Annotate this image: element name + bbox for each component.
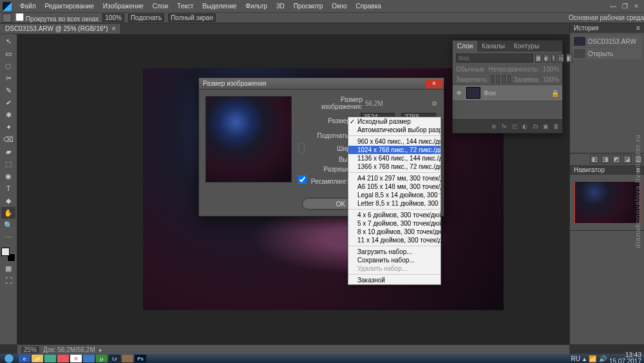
preset-item[interactable]: 5 x 7 дюймов, 300 точек/дюйм: [348, 219, 440, 228]
preset-item[interactable]: Автоматический выбор разрешения...: [348, 126, 440, 134]
taskbar-app-icon[interactable]: [122, 355, 133, 362]
collapsed-panel-icon[interactable]: ◩: [612, 155, 621, 164]
tool-zoom[interactable]: 🔍: [1, 219, 15, 231]
collapsed-panel-icon[interactable]: ◪: [623, 155, 632, 164]
preset-item[interactable]: A6 105 x 148 мм, 300 точек/дюйм: [348, 182, 440, 191]
tab-layers[interactable]: Слои: [453, 41, 477, 52]
constrain-link-icon[interactable]: [298, 143, 305, 153]
preset-item[interactable]: Заказной: [348, 276, 440, 284]
tool-heal[interactable]: ✔: [1, 97, 15, 108]
preset-item[interactable]: Загрузить набор...: [348, 248, 440, 256]
layer-fx-icon[interactable]: fx: [500, 122, 509, 131]
menu-file[interactable]: Файл: [15, 3, 41, 10]
quickmask-icon[interactable]: ▦: [1, 262, 15, 274]
dialog-titlebar[interactable]: Размер изображения ×: [199, 78, 444, 90]
tool-eyedropper[interactable]: ✎: [1, 84, 15, 96]
menu-help[interactable]: Справка: [352, 3, 386, 10]
hand-tool-icon[interactable]: [3, 14, 12, 23]
preset-item[interactable]: 8 x 10 дюймов, 300 точек/дюйм: [348, 228, 440, 236]
window-minimize[interactable]: —: [609, 3, 617, 10]
fill-value[interactable]: 100%: [542, 76, 559, 83]
document-tab[interactable]: DSC03153.ARW @ 25% (RGB/16*) ×: [0, 24, 121, 34]
filter-smart-icon[interactable]: ◧: [566, 54, 573, 63]
tray-date[interactable]: 15.07.2017: [609, 358, 641, 363]
taskbar-app-icon[interactable]: [83, 355, 95, 362]
tab-channels[interactable]: Каналы: [477, 41, 509, 52]
taskbar-utorrent-icon[interactable]: μ: [96, 355, 108, 362]
tray-network-icon[interactable]: 📶: [589, 355, 596, 362]
layer-thumb[interactable]: [466, 87, 480, 99]
tool-type[interactable]: T: [1, 182, 15, 194]
tool-brush[interactable]: ✱: [1, 109, 15, 121]
color-swatches[interactable]: [1, 248, 15, 262]
lock-artboard-icon[interactable]: [508, 75, 511, 83]
tool-dodge[interactable]: ⬚: [1, 158, 15, 170]
document-tab-close[interactable]: ×: [111, 25, 115, 32]
foreground-color[interactable]: [1, 248, 10, 256]
taskbar-app-icon[interactable]: [44, 355, 56, 362]
menu-select[interactable]: Выделение: [198, 3, 241, 10]
visibility-icon[interactable]: 👁: [456, 90, 464, 97]
tray-icon[interactable]: ▴: [583, 355, 586, 362]
history-step[interactable]: Открыть: [573, 48, 641, 59]
tool-eraser[interactable]: ⌫: [1, 133, 15, 145]
lock-position-icon[interactable]: [497, 75, 500, 83]
dialog-settings-icon[interactable]: ⚙: [431, 100, 437, 107]
taskbar-explorer-icon[interactable]: 📁: [32, 355, 43, 362]
adjustment-icon[interactable]: ◐: [520, 122, 529, 131]
taskbar-photoshop-icon[interactable]: Ps: [135, 355, 146, 362]
resample-checkbox[interactable]: Ресамплинг:: [298, 175, 348, 185]
taskbar-yandex-icon[interactable]: Я: [70, 355, 82, 362]
menu-layer[interactable]: Слои: [148, 3, 173, 10]
status-zoom[interactable]: 25%: [21, 346, 39, 353]
preset-item[interactable]: Сохранить набор...: [348, 256, 440, 264]
tool-pen[interactable]: ◉: [1, 170, 15, 182]
dialog-close-button[interactable]: ×: [426, 79, 442, 88]
filter-adjust-icon[interactable]: ◐: [544, 54, 549, 63]
history-source[interactable]: DSC03153.ARW: [573, 35, 641, 47]
filter-shape-icon[interactable]: ▭: [558, 54, 564, 63]
preset-item[interactable]: Legal 8,5 x 14 дюймов, 300 точек/дюйм: [348, 191, 440, 199]
menu-edit[interactable]: Редактирование: [41, 3, 99, 10]
new-layer-icon[interactable]: ▣: [541, 122, 550, 131]
window-close[interactable]: ×: [632, 3, 640, 10]
tool-move[interactable]: ↖: [1, 35, 15, 47]
menu-window[interactable]: Окно: [327, 3, 351, 10]
preset-item[interactable]: A4 210 x 297 мм, 300 точек/дюйм: [348, 174, 440, 182]
filter-type-icon[interactable]: T: [551, 54, 556, 63]
link-layers-icon[interactable]: ⊕: [489, 122, 498, 131]
fullscreen-button[interactable]: Полный экран: [168, 14, 216, 22]
menu-view[interactable]: Просмотр: [289, 3, 328, 10]
tool-more[interactable]: ⋯: [1, 231, 15, 243]
tool-marquee[interactable]: ▭: [1, 48, 15, 59]
status-doc-size[interactable]: Док: 56,2M/56,2M: [43, 346, 95, 353]
scroll-all-checkbox[interactable]: Прокрутка во всех окнах: [15, 13, 99, 23]
preset-item[interactable]: 1366 x 768 пикс., 72 пикс./дюйм: [348, 162, 440, 171]
panel-menu-icon[interactable]: ≡: [636, 25, 640, 32]
collapsed-panel-icon[interactable]: ◧: [590, 155, 599, 164]
collapsed-panel-icon[interactable]: ◨: [601, 155, 610, 164]
tool-shape[interactable]: ◆: [1, 195, 15, 206]
blend-mode[interactable]: Обычные: [456, 66, 484, 73]
tab-paths[interactable]: Контуры: [509, 41, 544, 52]
chevron-right-icon[interactable]: ▸: [99, 346, 102, 353]
layer-kind-filter[interactable]: [456, 54, 533, 63]
opacity-value[interactable]: 100%: [543, 66, 560, 73]
lock-pixels-icon[interactable]: [491, 75, 495, 83]
tool-stamp[interactable]: ✦: [1, 121, 15, 133]
taskbar-ie-icon[interactable]: e: [19, 355, 30, 362]
taskbar-lightroom-icon[interactable]: Lr: [109, 355, 120, 362]
navigator-preview[interactable]: [574, 181, 640, 224]
group-icon[interactable]: 🗀: [531, 122, 540, 131]
menu-3d[interactable]: 3D: [272, 3, 289, 10]
start-button[interactable]: [0, 354, 18, 363]
tool-hand[interactable]: ✋: [1, 207, 15, 219]
layer-row[interactable]: 👁 Фон 🔒: [453, 84, 562, 101]
fit-button[interactable]: Подогнать: [128, 14, 164, 22]
preset-item[interactable]: 11 x 14 дюймов, 300 точек/дюйм: [348, 236, 440, 244]
preset-item[interactable]: Исходный размер: [348, 117, 440, 126]
preset-item[interactable]: 1136 x 640 пикс., 144 пикс./дюйм: [348, 154, 440, 162]
workspace-label[interactable]: Основная рабочая среда: [569, 14, 644, 21]
menu-image[interactable]: Изображение: [99, 3, 148, 10]
tool-crop[interactable]: ✂: [1, 72, 15, 84]
